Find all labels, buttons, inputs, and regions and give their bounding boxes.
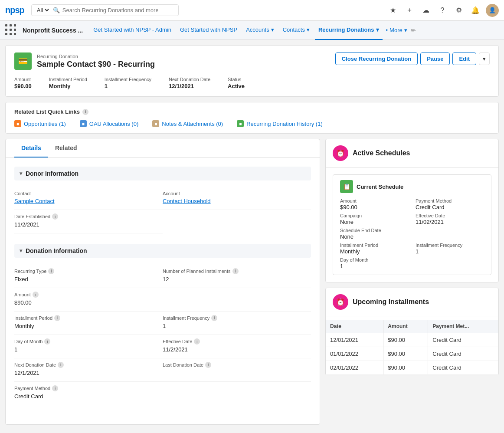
- quick-link-gau-allocations[interactable]: ■ GAU Allocations (0): [80, 120, 138, 127]
- field-last-donation-date: Last Donation Date i: [163, 358, 311, 382]
- nav-link-get-started-npsp[interactable]: Get Started with NPSP: [177, 21, 241, 40]
- chevron-down-icon: ▾: [307, 26, 310, 33]
- installment-payment-2: Credit Card: [428, 347, 498, 361]
- grid-dot: [5, 29, 7, 31]
- record-fields-summary: Amount $90.00 Installment Period Monthly…: [14, 77, 490, 89]
- num-planned-installments-label: Number of Planned Installments i: [163, 268, 306, 274]
- active-schedules-content: 📋 Current Schedule Amount $90.00 Payment…: [326, 167, 498, 282]
- installment-payment-3: Credit Card: [428, 361, 498, 375]
- schedule-installment-frequency: Installment Frequency 1: [416, 243, 484, 255]
- summary-next-donation-date: Next Donation Date 12/1/2021: [169, 77, 210, 89]
- quick-link-notes-attachments[interactable]: ■ Notes & Attachments (0): [152, 120, 223, 127]
- section-header-donor[interactable]: ▾ Donor Information: [14, 167, 311, 180]
- nav-link-accounts[interactable]: Accounts ▾: [242, 21, 277, 40]
- schedule-end-date-label: Schedule End Date: [340, 228, 484, 233]
- right-column: ⏰ Active Schedules 📋 Current Schedule Am…: [325, 139, 499, 381]
- settings-icon[interactable]: ⚙: [453, 4, 465, 16]
- installment-frequency-info-icon[interactable]: i: [211, 315, 217, 321]
- amount-info-icon[interactable]: i: [33, 292, 39, 298]
- main-content: 💳 Recurring Donation Sample Contact $90 …: [0, 40, 504, 433]
- donation-section-title: Donation Information: [26, 247, 87, 254]
- top-nav: npsp All 🔍 ★ ＋ ☁ ? ⚙ 🔔 👤: [0, 0, 504, 21]
- account-value[interactable]: Contact Household: [163, 198, 306, 204]
- bell-icon[interactable]: 🔔: [469, 4, 481, 16]
- contact-value[interactable]: Sample Contact: [14, 198, 152, 204]
- summary-amount: Amount $90.00: [14, 77, 32, 89]
- favorites-icon[interactable]: ★: [387, 4, 399, 16]
- effective-date-info-icon[interactable]: i: [194, 338, 200, 344]
- schedule-card-header: 📋 Current Schedule: [340, 180, 484, 193]
- schedule-day-of-month-value: 1: [340, 263, 409, 269]
- installment-period-label: Installment Period i: [14, 315, 152, 321]
- grid-dot: [14, 33, 16, 35]
- summary-amount-label: Amount: [14, 77, 32, 82]
- field-next-donation-date: Next Donation Date i 12/1/2021: [14, 358, 163, 382]
- section-header-donation[interactable]: ▾ Donation Information: [14, 244, 311, 258]
- tabs-header: Details Related: [6, 139, 320, 158]
- summary-installment-period-value: Monthly: [49, 83, 87, 89]
- day-of-month-label: Day of Month i: [14, 338, 152, 344]
- summary-installment-frequency-value: 1: [105, 83, 151, 89]
- grid-dot: [5, 24, 7, 26]
- recurring-type-info-icon[interactable]: i: [48, 268, 54, 274]
- quick-links-title: Related List Quick Links i: [14, 108, 490, 115]
- summary-amount-value: $90.00: [14, 83, 32, 89]
- next-donation-date-label: Next Donation Date i: [14, 362, 152, 368]
- record-header: 💳 Recurring Donation Sample Contact $90 …: [5, 45, 499, 97]
- upcoming-installments-content: Date Amount Payment Met... 12/01/2021 $9…: [326, 320, 498, 375]
- nav-link-recurring-donations[interactable]: Recurring Donations ▾: [315, 21, 383, 40]
- day-of-month-info-icon[interactable]: i: [44, 338, 50, 344]
- grid-dot: [14, 29, 16, 31]
- user-avatar[interactable]: 👤: [486, 4, 499, 17]
- quick-links-info-icon[interactable]: i: [82, 109, 88, 115]
- current-schedule-card: 📋 Current Schedule Amount $90.00 Payment…: [333, 174, 491, 275]
- date-established-info-icon[interactable]: i: [52, 213, 58, 220]
- help-icon[interactable]: ?: [436, 4, 448, 16]
- tabs-content: ▾ Donor Information Contact Sample Conta…: [6, 158, 320, 424]
- grid-dot: [10, 33, 12, 35]
- cloud-icon[interactable]: ☁: [420, 4, 432, 16]
- schedule-campaign-label: Campaign: [340, 213, 409, 218]
- quick-link-recurring-donation-history[interactable]: ■ Recurring Donation History (1): [237, 120, 323, 127]
- last-donation-date-info-icon[interactable]: i: [205, 362, 211, 368]
- pause-button[interactable]: Pause: [420, 52, 450, 65]
- quick-link-opportunities[interactable]: ■ Opportunities (1): [14, 120, 66, 127]
- quick-links-items: ■ Opportunities (1) ■ GAU Allocations (0…: [14, 120, 490, 127]
- upcoming-installments-panel: ⏰ Upcoming Installments Date Amount Paym…: [325, 288, 499, 375]
- nav-link-more[interactable]: • More ▾: [386, 27, 407, 33]
- tab-related[interactable]: Related: [48, 139, 84, 157]
- add-icon[interactable]: ＋: [403, 4, 416, 16]
- schedule-installment-period-value: Monthly: [340, 248, 409, 255]
- nav-edit-icon[interactable]: ✏: [411, 27, 416, 34]
- payment-method-info-icon[interactable]: i: [52, 385, 58, 391]
- upcoming-installments-icon: ⏰: [333, 294, 348, 310]
- schedule-effective-date: Effective Date 11/02/2021: [416, 213, 484, 225]
- schedule-installment-period-label: Installment Period: [340, 243, 409, 248]
- search-input[interactable]: [62, 7, 158, 13]
- next-donation-date-value: 12/1/2021: [14, 370, 152, 376]
- section-donor-information: ▾ Donor Information Contact Sample Conta…: [14, 167, 311, 233]
- next-donation-date-info-icon[interactable]: i: [58, 362, 64, 368]
- schedule-card-title: Current Schedule: [357, 184, 403, 190]
- chevron-down-icon: ▾: [404, 27, 407, 33]
- tab-details[interactable]: Details: [14, 139, 48, 157]
- effective-date-label: Effective Date i: [163, 338, 306, 344]
- active-schedules-panel: ⏰ Active Schedules 📋 Current Schedule Am…: [325, 139, 499, 282]
- num-planned-installments-info-icon[interactable]: i: [232, 268, 239, 274]
- installments-table-header-row: Date Amount Payment Met...: [326, 320, 498, 333]
- app-logo: npsp: [5, 5, 24, 15]
- grid-menu-icon[interactable]: [5, 24, 17, 36]
- amount-value: $90.00: [14, 299, 152, 306]
- installment-period-info-icon[interactable]: i: [54, 315, 60, 321]
- edit-button[interactable]: Edit: [452, 52, 476, 65]
- installments-table: Date Amount Payment Met... 12/01/2021 $9…: [326, 320, 498, 375]
- date-established-label: Date Established i: [14, 213, 152, 220]
- schedule-payment-method: Payment Method Credit Card: [416, 198, 484, 210]
- nav-link-get-started-admin[interactable]: Get Started with NPSP - Admin: [90, 21, 175, 40]
- close-recurring-donation-button[interactable]: Close Recurring Donation: [335, 52, 418, 65]
- summary-installment-frequency-label: Installment Frequency: [105, 77, 151, 82]
- search-filter-select[interactable]: All: [35, 7, 50, 14]
- nav-link-contacts[interactable]: Contacts ▾: [279, 21, 313, 40]
- actions-dropdown-button[interactable]: ▾: [479, 52, 490, 65]
- summary-next-donation-date-value: 12/1/2021: [169, 83, 210, 89]
